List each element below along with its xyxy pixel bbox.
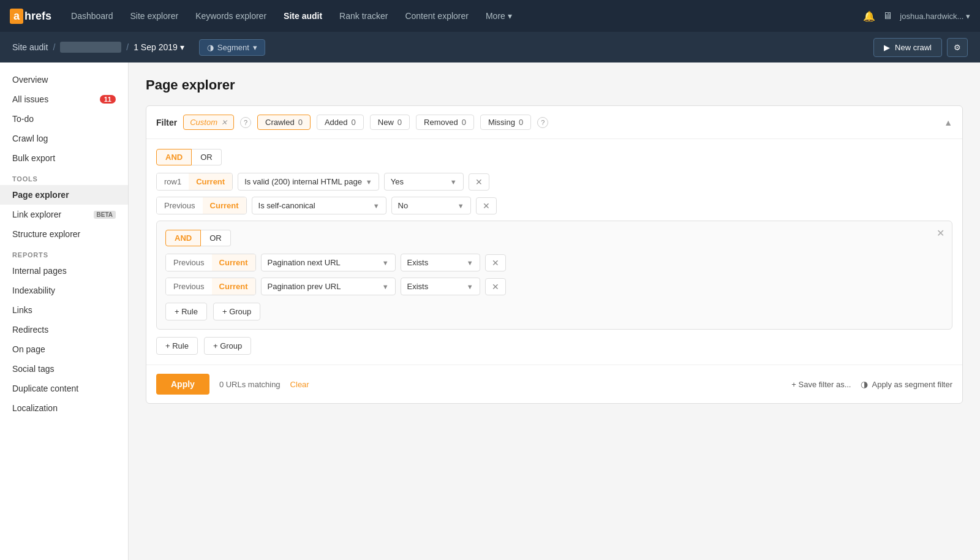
breadcrumb-site-audit[interactable]: Site audit — [12, 42, 48, 52]
breadcrumb-date[interactable]: 1 Sep 2019 ▾ — [134, 42, 184, 52]
nested-prev-cur-group-2: Previous Current — [165, 278, 256, 295]
chips-help-icon[interactable]: ? — [537, 117, 548, 128]
apply-segment-label: Apply as segment filter — [872, 380, 952, 389]
nested-and-button[interactable]: AND — [165, 230, 201, 246]
cur-button-1[interactable]: Current — [189, 173, 232, 190]
sidebar-item-overview[interactable]: Overview — [0, 70, 128, 89]
nested-group: ✕ AND OR Previous Current Pagination n — [156, 221, 952, 330]
clear-link[interactable]: Clear — [290, 380, 309, 389]
sidebar-item-todo[interactable]: To-do — [0, 109, 128, 129]
all-issues-badge: 11 — [100, 95, 116, 104]
condition-arrow-1: ▼ — [366, 178, 372, 186]
outer-and-button[interactable]: AND — [156, 149, 192, 165]
value-select-2[interactable]: No ▼ — [391, 197, 471, 214]
sidebar-item-crawl-log[interactable]: Crawl log — [0, 129, 128, 148]
filter-help-icon[interactable]: ? — [240, 117, 251, 128]
sidebar-item-social-tags[interactable]: Social tags — [0, 359, 128, 379]
breadcrumb-sep2: / — [126, 42, 129, 52]
nested-value-select-1[interactable]: Exists ▼ — [401, 254, 480, 271]
nested-group-close[interactable]: ✕ — [937, 227, 944, 239]
nested-add-group-button[interactable]: + Group — [213, 303, 260, 320]
nested-remove-row-1[interactable]: ✕ — [485, 254, 506, 271]
sidebar-item-redirects[interactable]: Redirects — [0, 320, 128, 339]
cur-button-2[interactable]: Current — [203, 197, 246, 214]
nested-prev-button-2[interactable]: Previous — [166, 278, 212, 295]
nested-add-row: + Rule + Group — [165, 303, 943, 320]
sidebar-item-localization[interactable]: Localization — [0, 398, 128, 418]
nested-cur-button-2[interactable]: Current — [212, 278, 255, 295]
nested-value-select-2[interactable]: Exists ▼ — [401, 278, 480, 295]
monitor-icon[interactable]: 🖥 — [883, 10, 892, 21]
outer-or-button[interactable]: OR — [192, 149, 222, 165]
chip-removed-count: 0 — [462, 118, 466, 127]
condition-arrow-2: ▼ — [373, 202, 380, 210]
nav-right: 🔔 🖥 joshua.hardwick... ▾ — [863, 10, 970, 22]
sidebar-item-page-explorer[interactable]: Page explorer — [0, 185, 128, 205]
sidebar-item-internal-pages[interactable]: Internal pages — [0, 261, 128, 281]
new-crawl-button[interactable]: ▶ New crawl — [873, 38, 942, 57]
nav-dashboard[interactable]: Dashboard — [64, 7, 121, 25]
settings-button[interactable]: ⚙ — [947, 38, 968, 57]
chip-missing[interactable]: Missing 0 — [480, 115, 531, 130]
nested-remove-row-2[interactable]: ✕ — [485, 278, 506, 295]
segment-button[interactable]: ◑ Segment ▾ — [199, 39, 265, 56]
sidebar-item-all-issues[interactable]: All issues 11 — [0, 89, 128, 109]
add-rule-button[interactable]: + Rule — [156, 337, 198, 355]
nested-condition-select-2[interactable]: Pagination prev URL ▼ — [261, 278, 396, 295]
chip-added[interactable]: Added 0 — [317, 115, 364, 130]
custom-tag-remove[interactable]: ✕ — [221, 118, 227, 127]
prev-button-1[interactable]: row1 — [157, 173, 189, 190]
nav-more[interactable]: More ▾ — [478, 7, 519, 25]
condition-label-2: Is self-canonical — [258, 201, 315, 210]
nested-add-rule-button[interactable]: + Rule — [165, 303, 207, 320]
sidebar-item-indexability[interactable]: Indexability — [0, 281, 128, 300]
user-menu[interactable]: joshua.hardwick... ▾ — [900, 12, 970, 21]
value-label-2: No — [398, 201, 409, 210]
main-content: Page explorer Filter Custom ✕ ? Crawled … — [129, 62, 980, 560]
chip-new-count: 0 — [398, 118, 402, 127]
chip-crawled[interactable]: Crawled 0 — [257, 115, 311, 130]
nav-rank-tracker[interactable]: Rank tracker — [332, 7, 395, 25]
collapse-button[interactable]: ▲ — [944, 118, 952, 127]
sidebar-item-link-explorer[interactable]: Link explorer BETA — [0, 205, 128, 224]
sidebar-item-links[interactable]: Links — [0, 300, 128, 320]
sidebar-item-duplicate-content[interactable]: Duplicate content — [0, 379, 128, 398]
nested-logic-row: AND OR — [165, 230, 943, 246]
chip-added-label: Added — [325, 118, 348, 127]
add-group-button[interactable]: + Group — [204, 337, 251, 355]
nested-or-button[interactable]: OR — [201, 230, 231, 246]
chip-removed[interactable]: Removed 0 — [416, 115, 474, 130]
breadcrumb-bar: Site audit / / 1 Sep 2019 ▾ ◑ Segment ▾ … — [0, 32, 980, 62]
filter-row-2: Previous Current Is self-canonical ▼ No … — [156, 197, 952, 214]
nav-site-audit[interactable]: Site audit — [276, 7, 330, 25]
condition-select-1[interactable]: Is valid (200) internal HTML page ▼ — [238, 173, 379, 191]
gear-icon: ⚙ — [954, 43, 961, 52]
nav-content-explorer[interactable]: Content explorer — [398, 7, 476, 25]
nested-cur-button-1[interactable]: Current — [212, 254, 255, 271]
chip-missing-count: 0 — [519, 118, 523, 127]
bell-icon[interactable]: 🔔 — [863, 10, 875, 22]
apply-segment-button[interactable]: ◑ Apply as segment filter — [861, 379, 952, 389]
filter-panel: Filter Custom ✕ ? Crawled 0 Added 0 New … — [146, 105, 963, 404]
prev-button-2[interactable]: Previous — [157, 197, 203, 214]
chip-new[interactable]: New 0 — [370, 115, 410, 130]
remove-row-1[interactable]: ✕ — [469, 173, 489, 191]
value-select-1[interactable]: Yes ▼ — [384, 173, 464, 191]
remove-row-2[interactable]: ✕ — [476, 197, 497, 214]
nested-prev-button-1[interactable]: Previous — [166, 254, 212, 271]
filter-body: AND OR row1 Current Is valid (200) inter… — [146, 139, 962, 365]
nested-value-arrow-1: ▼ — [467, 259, 473, 267]
nav-site-explorer[interactable]: Site explorer — [123, 7, 186, 25]
sidebar-item-bulk-export[interactable]: Bulk export — [0, 148, 128, 168]
nested-condition-select-1[interactable]: Pagination next URL ▼ — [261, 254, 396, 271]
nav-keywords-explorer[interactable]: Keywords explorer — [188, 7, 274, 25]
logo[interactable]: a hrefs — [10, 9, 51, 24]
sidebar-item-structure-explorer[interactable]: Structure explorer — [0, 224, 128, 244]
apply-button[interactable]: Apply — [156, 374, 209, 395]
sidebar-item-on-page[interactable]: On page — [0, 339, 128, 359]
tools-section-label: TOOLS — [0, 168, 128, 185]
value-arrow-2: ▼ — [458, 202, 464, 210]
condition-select-2[interactable]: Is self-canonical ▼ — [252, 197, 386, 214]
save-filter-button[interactable]: + Save filter as... — [791, 380, 851, 389]
nested-filter-row-2: Previous Current Pagination prev URL ▼ E… — [165, 278, 943, 295]
